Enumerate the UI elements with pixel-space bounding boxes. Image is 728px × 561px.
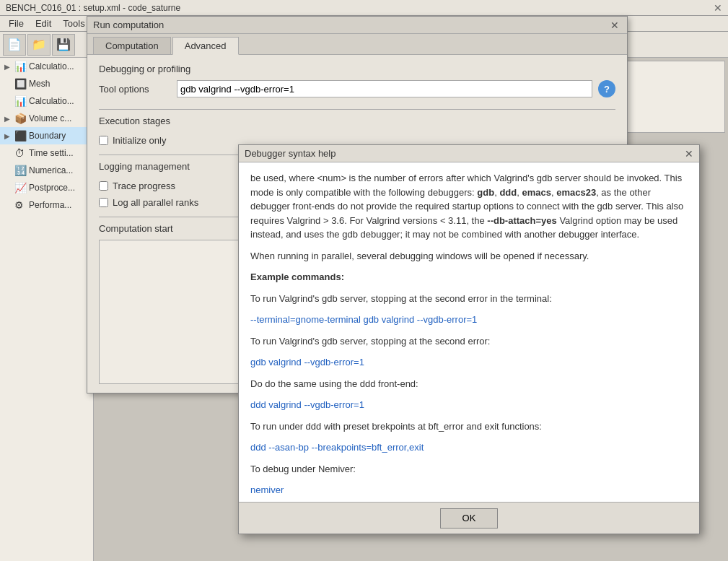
window-close-button[interactable]: ✕ (714, 2, 722, 14)
menu-edit[interactable]: Edit (30, 17, 57, 30)
initialize-only-label: Initialize only (113, 135, 166, 146)
log-parallel-label: Log all parallel ranks (113, 197, 198, 208)
link-terminal-gnome[interactable]: --terminal=gnome-terminal gdb valgrind -… (250, 314, 477, 325)
run-dialog-close-button[interactable]: ✕ (608, 19, 621, 32)
run-dialog-title-bar: Run computation ✕ (87, 17, 627, 34)
expand-icon-1: ▶ (4, 63, 12, 71)
debug-link-gdb-valgrind[interactable]: gdb valgrind --vgdb-error=1 (250, 355, 688, 370)
tab-computation[interactable]: Computation (93, 37, 171, 54)
postprocess-icon: 📈 (14, 182, 26, 193)
sidebar: ▶ 📊 Calculatio... 🔲 Mesh 📊 Calculatio...… (0, 58, 94, 561)
sidebar-item-performance[interactable]: ⚙ Performa... (0, 196, 93, 214)
debug-para-parallel: When running in parallel, several debugg… (250, 249, 688, 264)
time-icon: ⏱ (14, 147, 26, 159)
boundary-icon: ⬛ (14, 130, 26, 142)
debugger-help-dialog: Debugger syntax help ✕ be used, where <n… (238, 144, 700, 534)
link-ddd-breakpoints[interactable]: ddd --asan-bp --breakpoints=bft_error,ex… (250, 442, 424, 453)
sidebar-label-volume: Volume c... (29, 113, 71, 123)
sidebar-label-postprocess: Postproce... (29, 183, 75, 193)
log-parallel-checkbox[interactable] (99, 198, 108, 207)
toolbar-open-button[interactable]: 📁 (27, 34, 51, 56)
debug-para-nemiver-desc: To debug under Nemiver: (250, 462, 688, 477)
debugging-label: Debugging or profiling (99, 64, 615, 74)
debugger-footer: OK (239, 502, 699, 534)
link-nemiver[interactable]: nemiver (250, 484, 284, 495)
calc-icon-1: 📊 (14, 61, 26, 72)
initialize-only-checkbox[interactable] (99, 136, 108, 145)
ok-button[interactable]: OK (440, 508, 498, 529)
debug-link-ddd[interactable]: ddd valgrind --vgdb-error=1 (250, 398, 688, 412)
sidebar-item-numerical[interactable]: 🔢 Numerica... (0, 162, 93, 179)
sidebar-label-mesh: Mesh (29, 79, 50, 89)
sidebar-item-calculatio-2[interactable]: 📊 Calculatio... (0, 92, 93, 110)
expand-icon-5: ▶ (4, 132, 12, 140)
debug-para-ddd-breakpoints-desc: To run under ddd with preset brekpoints … (250, 419, 688, 434)
tool-options-input[interactable] (177, 80, 592, 97)
debugger-content[interactable]: be used, where <num> is the number of er… (239, 162, 699, 502)
debugger-dialog-title: Debugger syntax help (245, 148, 336, 159)
debug-link-ddd-bp[interactable]: ddd --asan-bp --breakpoints=bft_error,ex… (250, 440, 688, 455)
debug-para-1: be used, where <num> is the number of er… (250, 171, 688, 242)
sidebar-item-volume[interactable]: ▶ 📦 Volume c... (0, 110, 93, 127)
tab-advanced[interactable]: Advanced (172, 37, 239, 55)
sidebar-item-time[interactable]: ⏱ Time setti... (0, 144, 93, 162)
debug-para-example-header: Example commands: (250, 270, 688, 284)
divider-1 (99, 109, 615, 110)
expand-icon-4: ▶ (4, 115, 12, 123)
mesh-icon: 🔲 (14, 78, 26, 90)
toolbar-new-button[interactable]: 📄 (3, 34, 26, 56)
menu-tools[interactable]: Tools (57, 17, 90, 30)
title-bar: BENCH_C016_01 : setup.xml - code_saturne… (0, 0, 728, 16)
sidebar-label-time: Time setti... (29, 148, 74, 158)
debug-para-valgrind-terminal-desc: To run Valgrind's gdb server, stopping a… (250, 292, 688, 306)
sidebar-item-boundary[interactable]: ▶ ⬛ Boundary (0, 127, 93, 144)
debugger-close-button[interactable]: ✕ (685, 148, 693, 160)
debug-link-nemiver[interactable]: nemiver (250, 483, 688, 497)
sidebar-label-performance: Performa... (29, 200, 71, 210)
sidebar-item-calculatio-1[interactable]: ▶ 📊 Calculatio... (0, 58, 93, 75)
sidebar-label-boundary: Boundary (29, 131, 66, 141)
toolbar-save-button[interactable]: 💾 (52, 34, 75, 56)
menu-file[interactable]: File (3, 17, 30, 30)
tool-options-label: Tool options (99, 84, 171, 95)
debug-para-ddd-same: Do do the same using the ddd front-end: (250, 377, 688, 391)
debug-link-terminal[interactable]: --terminal=gnome-terminal gdb valgrind -… (250, 313, 688, 327)
sidebar-item-postprocess[interactable]: 📈 Postproce... (0, 179, 93, 196)
debug-para-valgrind-second-desc: To run Valgrind's gdb server, stopping a… (250, 334, 688, 349)
sidebar-label-numerical: Numerica... (29, 165, 73, 175)
run-dialog-title: Run computation (93, 19, 164, 30)
link-ddd-valgrind[interactable]: ddd valgrind --vgdb-error=1 (250, 399, 364, 410)
sidebar-label-2: Calculatio... (29, 96, 74, 106)
sidebar-item-mesh[interactable]: 🔲 Mesh (0, 75, 93, 92)
calc-icon-2: 📊 (14, 95, 26, 107)
sidebar-label-1: Calculatio... (29, 61, 74, 71)
execution-label: Execution stages (99, 116, 615, 126)
help-button[interactable]: ? (598, 80, 615, 97)
performance-icon: ⚙ (14, 199, 26, 211)
debugger-title-bar: Debugger syntax help ✕ (239, 145, 699, 162)
volume-icon: 📦 (14, 113, 26, 124)
trace-progress-label: Trace progress (113, 181, 175, 191)
run-dialog-tabs: Computation Advanced (87, 34, 627, 55)
window-title: BENCH_C016_01 : setup.xml - code_saturne (6, 3, 180, 13)
link-gdb-valgrind[interactable]: gdb valgrind --vgdb-error=1 (250, 357, 364, 368)
tool-options-row: Tool options ? (99, 80, 615, 97)
debugging-section: Debugging or profiling Tool options ? (99, 64, 615, 97)
numerical-icon: 🔢 (14, 165, 26, 176)
trace-progress-checkbox[interactable] (99, 181, 108, 191)
